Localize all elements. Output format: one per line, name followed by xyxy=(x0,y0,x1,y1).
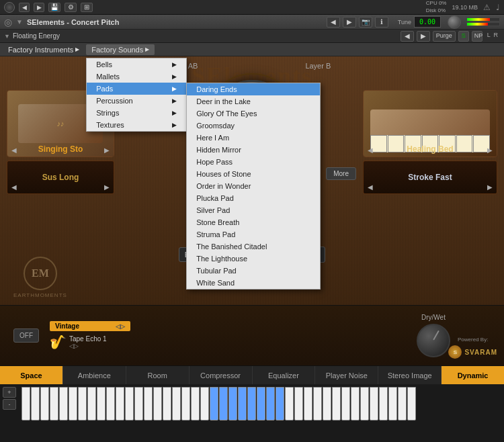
white-key-12[interactable] xyxy=(125,387,134,421)
white-key-13[interactable] xyxy=(134,387,143,421)
strings-item[interactable]: Strings ▶ xyxy=(87,107,186,119)
white-key-14[interactable] xyxy=(144,387,153,421)
deer-lake-item[interactable]: Deer in the Lake xyxy=(187,95,320,107)
factory-sounds-item[interactable]: Factory Sounds ▶ xyxy=(86,44,155,55)
mallets-item[interactable]: Mallets ▶ xyxy=(87,71,186,83)
white-key-4[interactable] xyxy=(50,387,58,421)
banished-citadel-item[interactable]: The Banished Citadel xyxy=(187,240,320,253)
layer-b-next[interactable]: ▶ xyxy=(487,146,493,154)
layer-b-prev[interactable]: ◀ xyxy=(368,146,373,154)
white-key-5[interactable] xyxy=(59,387,68,421)
piano-minus-btn[interactable]: - xyxy=(3,399,16,410)
factory-sounds-menu[interactable]: Factory Sounds ▶ Bells ▶ Mallets ▶ Pads … xyxy=(86,44,155,55)
tab-ambience[interactable]: Ambience xyxy=(63,366,126,384)
white-key-39[interactable] xyxy=(379,387,388,421)
stone-breath-item[interactable]: Stone Breath xyxy=(187,216,320,228)
gear-icon[interactable]: ⚙ xyxy=(65,3,77,12)
floating-nav-next[interactable]: ▶ xyxy=(417,31,430,42)
groomsday-item[interactable]: Groomsday xyxy=(187,120,320,132)
white-key-28[interactable] xyxy=(276,387,284,421)
plucka-pad-item[interactable]: Plucka Pad xyxy=(187,192,320,204)
factory-instruments-item[interactable]: Factory Instruments ▶ xyxy=(3,44,85,55)
tab-dynamic[interactable]: Dynamic xyxy=(442,366,504,384)
white-key-42[interactable] xyxy=(407,387,416,421)
tab-equalizer[interactable]: Equalizer xyxy=(253,366,316,384)
lighthouse-item[interactable]: The Lighthouse xyxy=(187,253,320,265)
white-key-31[interactable] xyxy=(304,387,312,421)
off-button[interactable]: OFF xyxy=(13,328,39,343)
tune-knob[interactable] xyxy=(448,15,461,29)
layer-a-next[interactable]: ▶ xyxy=(104,146,110,154)
white-key-38[interactable] xyxy=(370,387,378,421)
percussion-item[interactable]: Percussion ▶ xyxy=(87,95,186,107)
houses-stone-item[interactable]: Houses of Stone xyxy=(187,168,320,180)
white-key-15[interactable] xyxy=(153,387,162,421)
tab-stereo-image[interactable]: Stereo Image xyxy=(378,366,442,384)
white-key-21[interactable] xyxy=(210,387,218,421)
white-key-20[interactable] xyxy=(200,387,209,421)
white-key-8[interactable] xyxy=(87,387,96,421)
white-key-41[interactable] xyxy=(398,387,407,421)
white-key-33[interactable] xyxy=(323,387,331,421)
sus-long-next[interactable]: ▶ xyxy=(104,183,110,191)
tab-room[interactable]: Room xyxy=(126,366,190,384)
sus-long-prev[interactable]: ◀ xyxy=(11,183,17,191)
nav-next-btn[interactable]: ▶ xyxy=(34,3,44,12)
textures-item[interactable]: Textures ▶ xyxy=(87,119,186,131)
factory-instruments-menu[interactable]: Factory Instruments ▶ xyxy=(3,44,85,55)
grid-icon[interactable]: ⊞ xyxy=(81,3,93,12)
title-nav-next[interactable]: ▶ xyxy=(343,17,356,28)
nav-prev-btn[interactable]: ◀ xyxy=(19,3,30,12)
white-key-2[interactable] xyxy=(31,387,40,421)
info-btn[interactable]: ℹ xyxy=(375,17,388,28)
tubular-pad-item[interactable]: Tubular Pad xyxy=(187,265,320,277)
white-key-25[interactable] xyxy=(247,387,256,421)
order-wonder-item[interactable]: Order in Wonder xyxy=(187,180,320,192)
hope-pass-item[interactable]: Hope Pass xyxy=(187,156,320,168)
np-btn[interactable]: NP xyxy=(472,31,482,42)
layer-a-prev[interactable]: ◀ xyxy=(11,146,17,154)
white-key-18[interactable] xyxy=(181,387,190,421)
here-i-am-item[interactable]: Here I Am xyxy=(187,132,320,144)
midi-icon[interactable]: ♩ xyxy=(496,3,500,12)
white-key-40[interactable] xyxy=(388,387,397,421)
white-key-35[interactable] xyxy=(341,387,350,421)
s-btn[interactable]: S xyxy=(458,31,469,42)
effect-header[interactable]: Vintage ◁▷ xyxy=(50,321,130,331)
pads-item[interactable]: Pads ▶ Daring Ends Deer in the Lake Glor… xyxy=(87,83,186,95)
white-key-27[interactable] xyxy=(266,387,275,421)
white-key-36[interactable] xyxy=(351,387,360,421)
title-nav-prev[interactable]: ◀ xyxy=(327,17,340,28)
white-sand-item[interactable]: White Sand xyxy=(187,277,320,289)
warn-icon[interactable]: ⚠ xyxy=(483,3,491,12)
daring-ends-item[interactable]: Daring Ends xyxy=(187,83,320,95)
tab-space[interactable]: Space xyxy=(0,366,63,384)
white-key-26[interactable] xyxy=(257,387,265,421)
white-key-30[interactable] xyxy=(294,387,303,421)
white-key-1[interactable] xyxy=(22,387,30,421)
effect-sub-arrows[interactable]: ◁▷ xyxy=(69,343,107,349)
white-key-37[interactable] xyxy=(360,387,369,421)
silver-pad-item[interactable]: Silver Pad xyxy=(187,204,320,216)
hidden-mirror-item[interactable]: Hidden Mirror xyxy=(187,144,320,156)
save-icon[interactable]: 💾 xyxy=(48,3,60,12)
tab-compressor[interactable]: Compressor xyxy=(190,366,253,384)
white-key-7[interactable] xyxy=(78,387,87,421)
glory-eyes-item[interactable]: Glory Of The Eyes xyxy=(187,107,320,120)
stroke-fast-prev[interactable]: ◀ xyxy=(368,183,373,191)
white-key-34[interactable] xyxy=(332,387,341,421)
white-key-9[interactable] xyxy=(97,387,106,421)
white-key-10[interactable] xyxy=(106,387,115,421)
bells-item[interactable]: Bells ▶ xyxy=(87,58,186,71)
more-button[interactable]: More xyxy=(326,167,356,180)
white-key-3[interactable] xyxy=(40,387,49,421)
white-key-24[interactable] xyxy=(238,387,247,421)
piano-plus-btn[interactable]: + xyxy=(3,387,16,398)
white-key-11[interactable] xyxy=(116,387,124,421)
floating-nav-prev[interactable]: ◀ xyxy=(401,31,414,42)
struma-pad-item[interactable]: Struma Pad xyxy=(187,228,320,240)
white-key-23[interactable] xyxy=(228,387,237,421)
purge-btn[interactable]: Purge xyxy=(433,31,456,42)
white-key-6[interactable] xyxy=(69,387,77,421)
white-key-16[interactable] xyxy=(163,387,171,421)
